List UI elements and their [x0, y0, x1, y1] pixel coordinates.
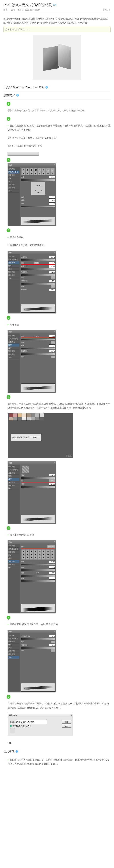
- dual-scatter-input[interactable]: [48, 572, 55, 574]
- step6-title: 接下来是"双重画笔"改设: [8, 531, 111, 539]
- step3-title: 形状动态改设: [8, 233, 111, 241]
- step-number-4: 4: [7, 228, 10, 232]
- step-number-3: 3: [7, 158, 10, 162]
- step-number-6: 6: [7, 395, 10, 399]
- step3-text: 注意"控制"属性那选一定要选"渐隐"哦。: [8, 241, 111, 249]
- count-jitter-input[interactable]: [48, 350, 55, 352]
- step-number-2: 2: [7, 117, 10, 121]
- texture-screenshot-2: 画笔× 画笔预设画笔笔尖形状 形状动态散布 纹理双重画笔 颜色动态传递 缩放 模…: [8, 461, 56, 524]
- info-icon[interactable]: i: [16, 94, 19, 96]
- step4-title: 散布改设: [8, 320, 111, 329]
- flow-jitter-input[interactable]: [48, 644, 55, 646]
- step8-text: 上述全部做完时我们最后的工具资助个倒数右边的"画笔预设"选项，到那暴力另外新建个…: [8, 700, 111, 712]
- example-sketch-image: [33, 35, 81, 80]
- size-jitter-input[interactable]: [48, 256, 55, 258]
- scatter-screenshot: 画笔× 画笔预设画笔笔尖形状 形状动态散布 纹理双重画笔 颜色动态传递 散布两轴…: [8, 330, 56, 393]
- step-number-7: 7: [7, 526, 10, 530]
- close-icon: ×: [54, 164, 55, 166]
- step-number-8: 8: [7, 616, 10, 620]
- info-icon[interactable]: i: [15, 750, 18, 753]
- brush-name-dialog: 画笔名称✕ 名称： 捕获预设中的画笔大小 确定 取消: [8, 713, 73, 736]
- close-icon: ×: [54, 331, 55, 333]
- brush-panel-screenshot-tip: 画笔× 画笔预设画笔笔尖形状 形状动态散布 纹理双重画笔 颜色动态传递 大小 角…: [8, 163, 56, 226]
- step-number-5: 5: [7, 316, 10, 320]
- shape-dynamics-screenshot: 画笔× 画笔预设画笔笔尖形状 形状动态散布 纹理双重画笔 颜色动态传递 大小抖动…: [8, 251, 56, 313]
- step2-text-c: 然后打开 选项开始对属性进行调节: [8, 142, 111, 150]
- attention-heading: 注意事项i: [3, 748, 111, 756]
- angle-graph: [31, 182, 45, 195]
- ok-button[interactable]: 确定: [30, 436, 40, 439]
- meta-left: 浏览：8541 更新：2020-06-06 15:44: [3, 9, 42, 11]
- scatter-input[interactable]: [48, 335, 55, 338]
- angle-input[interactable]: [48, 196, 55, 198]
- info-icon[interactable]: i: [45, 86, 48, 89]
- ok-button[interactable]: 确定: [62, 720, 71, 723]
- size-input[interactable]: [48, 176, 55, 179]
- min-dia-input[interactable]: [48, 265, 55, 268]
- step-number-1: 1: [7, 102, 10, 106]
- brush-name-input[interactable]: [15, 720, 47, 724]
- step2-text-a: 首先我们选择"画笔"工具，在那有自带的"不干透散笔中"选用5号"纷织情况"（这是…: [8, 122, 111, 134]
- round-jitter-input[interactable]: [48, 280, 55, 282]
- intro-paragraph: 要描绘像一幅真ps绘图中比较棘手的时候，那种平白常勾描笔刷的质感和真实的铅笔绘画…: [3, 13, 111, 27]
- badge-original[interactable]: 原创: [53, 4, 56, 6]
- share-link[interactable]: 分享经验: [103, 9, 111, 11]
- cancel-button[interactable]: 取消: [62, 724, 71, 727]
- page-title: PS中怎么自定义"超仿铅笔"笔刷: [3, 3, 52, 7]
- dual-spacing-input[interactable]: [48, 566, 55, 568]
- opacity-jitter-input[interactable]: [48, 635, 55, 638]
- spacing-input[interactable]: [48, 203, 55, 205]
- steps-heading: 步骤/方法i: [3, 92, 111, 99]
- depth-input[interactable]: [48, 483, 55, 486]
- min-round-input[interactable]: [48, 288, 55, 291]
- roundness-input[interactable]: [48, 199, 55, 202]
- step2-text-b: 插图图片上面这个工具条，再去选"画笔面板开曙"。: [8, 134, 111, 142]
- texture-screenshot-1: 名称:四色大波外界线确定 Baidu: [8, 413, 73, 459]
- fade-input[interactable]: [48, 261, 55, 264]
- dual-size-input[interactable]: [48, 561, 55, 563]
- attention-text: 根据绘画需个人喜好自由比较方便，圆临过描绘后的结果得就是，因上那个教程里只是那个…: [8, 756, 111, 768]
- close-icon: ×: [54, 251, 55, 254]
- toolbar-screenshot: [8, 152, 39, 156]
- angle-jitter-input[interactable]: [48, 271, 55, 273]
- step1-text: 手头上只有这个版本的，其它版本基本上出入不太大，大家可以自已举一反三。: [8, 106, 111, 115]
- end-placeholder: END: [3, 738, 111, 747]
- step7-title: 最后把那的"传递"选项的类边，右勾"平滑"打上钩: [8, 620, 111, 628]
- step-number-9: 9: [7, 695, 10, 699]
- watermark: Baidu: [66, 454, 72, 457]
- dual-count-input[interactable]: [48, 577, 55, 580]
- count-input[interactable]: [48, 344, 55, 347]
- tools-heading: 工具/原料 Adobe Photoshop CS5i: [3, 84, 111, 92]
- step5-intro: 纷织改设，一定要注意那低位部分那里是"变暗色"，边色那边选择"四色大波外界线"这…: [8, 400, 111, 412]
- note-box: 是的不好太亲近原了。= =！: [3, 27, 111, 32]
- close-icon[interactable]: ✕: [70, 714, 72, 717]
- dual-brush-screenshot: 画笔× 画笔预设画笔笔尖形状 形状动态散布 纹理双重画笔 颜色动态传递 模式颜色…: [8, 540, 56, 613]
- transfer-screenshot: 画笔× 画笔预设画笔笔尖形状 形状动态散布 纹理双重画笔 颜色动态传递 不透明度…: [8, 630, 56, 692]
